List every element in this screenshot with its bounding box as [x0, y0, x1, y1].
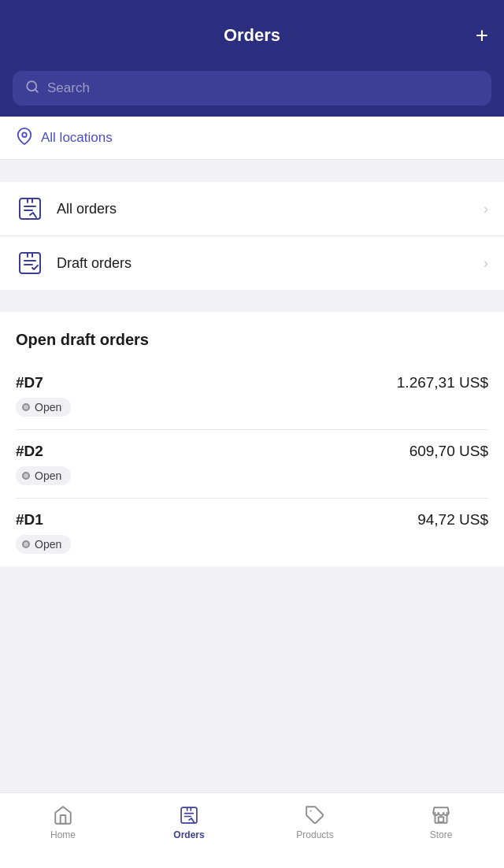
nav-item-home[interactable]: Home [0, 801, 126, 844]
status-dot-d2 [22, 472, 30, 480]
svg-rect-3 [20, 198, 40, 219]
location-filter[interactable]: All locations [0, 117, 504, 160]
search-bar[interactable]: Search [13, 71, 491, 106]
all-orders-chevron: › [484, 201, 488, 217]
orders-nav-icon [178, 804, 200, 826]
order-status-badge-d2: Open [16, 466, 71, 485]
svg-rect-4 [20, 253, 40, 273]
order-row-d1: #D1 94,72 US$ [16, 511, 488, 529]
nav-label-products: Products [296, 829, 333, 840]
search-icon [25, 80, 39, 97]
svg-rect-7 [439, 817, 444, 822]
search-container: Search [0, 71, 504, 117]
menu-item-all-orders[interactable]: All orders › [0, 182, 504, 236]
page-title: Orders [224, 25, 280, 46]
status-dot-d1 [22, 540, 30, 548]
order-id-d7: #D7 [16, 374, 43, 391]
section-divider-bottom [0, 290, 504, 312]
status-text-d2: Open [35, 469, 61, 482]
order-card-d7[interactable]: #D7 1.267,31 US$ Open [16, 362, 488, 430]
status-dot-d7 [22, 403, 30, 411]
nav-label-orders: Orders [173, 829, 204, 840]
order-id-d1: #D1 [16, 511, 43, 529]
order-amount-d2: 609,70 US$ [410, 443, 488, 460]
search-placeholder-text: Search [47, 80, 90, 96]
order-amount-d1: 94,72 US$ [417, 511, 488, 529]
draft-orders-chevron: › [484, 255, 488, 272]
svg-point-2 [22, 132, 27, 137]
order-row-d2: #D2 609,70 US$ [16, 443, 488, 460]
svg-line-1 [35, 89, 37, 91]
location-label: All locations [41, 130, 113, 146]
menu-section: All orders › Draft orders › [0, 182, 504, 290]
order-row-d7: #D7 1.267,31 US$ [16, 374, 488, 391]
bottom-nav: Home Orders Products [0, 792, 504, 868]
draft-orders-section: Open draft orders #D7 1.267,31 US$ Open … [0, 312, 504, 566]
menu-item-draft-orders[interactable]: Draft orders › [0, 236, 504, 290]
add-order-button[interactable]: + [476, 24, 488, 46]
store-icon [430, 804, 452, 826]
draft-orders-label: Draft orders [57, 255, 471, 272]
header: Orders + [0, 0, 504, 71]
order-id-d2: #D2 [16, 443, 43, 460]
products-icon [304, 804, 326, 826]
all-orders-label: All orders [57, 201, 471, 217]
home-icon [52, 804, 74, 826]
nav-label-store: Store [430, 829, 453, 840]
order-card-d1[interactable]: #D1 94,72 US$ Open [16, 499, 488, 566]
all-orders-icon [16, 195, 44, 223]
nav-item-orders[interactable]: Orders [126, 801, 252, 844]
draft-section-title: Open draft orders [16, 331, 488, 349]
order-amount-d7: 1.267,31 US$ [397, 374, 488, 391]
draft-orders-icon [16, 249, 44, 277]
nav-label-home: Home [50, 829, 76, 840]
section-divider-top [0, 160, 504, 182]
nav-item-products[interactable]: Products [252, 801, 378, 844]
status-text-d1: Open [35, 538, 61, 551]
order-status-badge-d7: Open [16, 398, 71, 417]
nav-item-store[interactable]: Store [378, 801, 504, 844]
svg-rect-5 [181, 807, 197, 823]
location-icon [16, 128, 33, 148]
status-text-d7: Open [35, 401, 61, 414]
order-card-d2[interactable]: #D2 609,70 US$ Open [16, 430, 488, 499]
order-status-badge-d1: Open [16, 535, 71, 554]
